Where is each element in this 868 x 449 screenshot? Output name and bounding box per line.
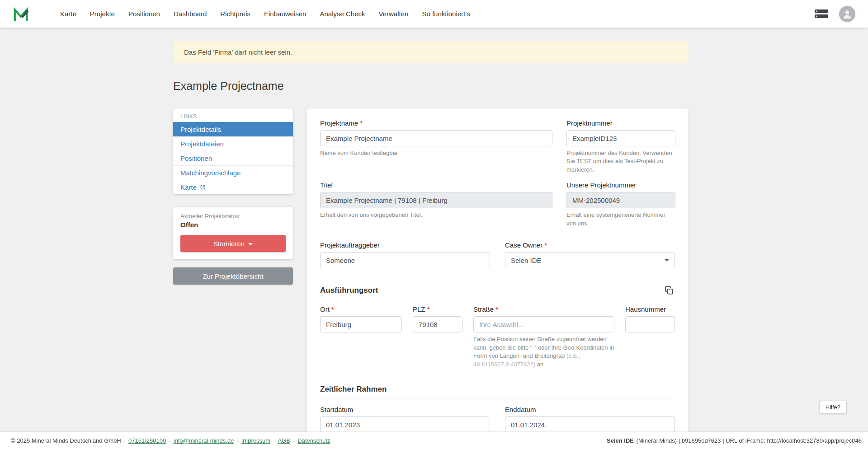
copy-icon[interactable] <box>663 285 675 296</box>
footer-user: Selen IDE <box>607 437 634 444</box>
server-icon[interactable] <box>815 9 828 19</box>
nav-item-so-funktionierts[interactable]: So funktioniert's <box>415 6 476 22</box>
agb-link[interactable]: AGB <box>278 437 290 444</box>
case-owner-selected-value: Selen IDE <box>511 257 542 264</box>
projektname-field: Projektname Name vom Kunden festlegbar <box>320 119 552 174</box>
unsere-projektnummer-label: Unsere Projektnummer <box>566 181 675 189</box>
separator: · <box>273 437 275 444</box>
ort-field: Ort <box>320 305 402 332</box>
status-label: Aktueller Projektstatus: <box>180 213 286 220</box>
projektnummer-label: Projektnummer <box>566 119 675 127</box>
plz-label: PLZ <box>413 305 462 313</box>
links-header: LINKS <box>173 108 293 122</box>
startdatum-field: Startdatum <box>320 406 490 433</box>
caret-down-icon <box>248 243 253 245</box>
projektname-input[interactable] <box>320 130 552 146</box>
startdatum-input[interactable] <box>320 416 490 433</box>
user-avatar[interactable] <box>839 6 855 22</box>
strasse-helper: Falls die Position keiner Straße zugeord… <box>473 335 614 369</box>
nav-item-richtpreis[interactable]: Richtpreis <box>213 6 257 22</box>
hausnummer-field: Hausnummer <box>625 305 675 332</box>
nav-item-analyse-check[interactable]: Analyse Check <box>313 6 372 22</box>
unsere-projektnummer-input <box>566 192 675 208</box>
email-link[interactable]: info@mineral-minds.de <box>174 437 234 444</box>
strasse-helper-text: Falls die Position keiner Straße zugeord… <box>473 336 614 359</box>
strasse-helper-suffix: an. <box>535 361 545 368</box>
projektauftraggeber-input[interactable] <box>320 252 490 268</box>
titel-field: Titel Erhält den von uns vorgegebenen Ti… <box>320 181 552 228</box>
footer: © 2025 Mineral Minds Deutschland GmbH · … <box>0 432 868 449</box>
enddatum-input[interactable] <box>505 416 675 433</box>
ausfuehrungsort-section: Ausführungsort <box>320 285 675 296</box>
strasse-label: Straße <box>473 305 614 313</box>
impressum-link[interactable]: Impressum <box>241 437 270 444</box>
separator: · <box>124 437 126 444</box>
projektauftraggeber-field: Projektauftraggeber <box>320 241 490 268</box>
hilfe-button[interactable]: Hilfe? <box>819 401 847 414</box>
titel-label: Titel <box>320 181 552 189</box>
project-details-form: Projektname Name vom Kunden festlegbar P… <box>307 108 689 445</box>
phone-link[interactable]: 07151/250100 <box>128 437 166 444</box>
sidebar-item-matchingvorschlaege[interactable]: Matchingvorschläge <box>173 165 293 180</box>
footer-session-info: Selen IDE (Mineral Minds) | b91695ed7623… <box>607 437 862 444</box>
plz-field: PLZ <box>413 305 462 332</box>
top-navbar: Karte Projekte Positionen Dashboard Rich… <box>0 0 868 28</box>
sidebar-item-positionen[interactable]: Positionen <box>173 151 293 165</box>
separator: · <box>236 437 238 444</box>
ort-input[interactable] <box>320 316 402 332</box>
sidebar-item-label: Positionen <box>180 154 212 163</box>
datenschutz-link[interactable]: Datenschutz <box>297 437 330 444</box>
unsere-projektnummer-helper: Erhält eine systemgenerierte Nummer von … <box>566 211 675 228</box>
hausnummer-input[interactable] <box>625 316 675 332</box>
zeitlicher-rahmen-section-title: Zeitlicher Rahmen <box>320 385 675 394</box>
plz-input[interactable] <box>413 316 462 332</box>
startdatum-label: Startdatum <box>320 406 490 413</box>
logo[interactable] <box>13 5 30 23</box>
nav-item-einbauweisen[interactable]: Einbauweisen <box>257 6 313 22</box>
case-owner-select[interactable]: Selen IDE <box>505 252 675 268</box>
sidebar: LINKS Projektdetails Projektdateien Posi… <box>173 108 293 285</box>
sidebar-item-karte[interactable]: Karte <box>173 180 293 194</box>
sidebar-item-projektdetails[interactable]: Projektdetails <box>173 122 293 136</box>
ausfuehrungsort-section-title: Ausführungsort <box>320 286 378 295</box>
status-value: Offen <box>180 221 286 229</box>
separator: · <box>293 437 295 444</box>
copyright-text: © 2025 Mineral Minds Deutschland GmbH <box>11 437 121 444</box>
ort-label: Ort <box>320 305 402 313</box>
stornieren-button[interactable]: Stornieren <box>180 235 286 252</box>
projektnummer-input[interactable] <box>566 130 675 146</box>
footer-session-text: (Mineral Minds) | b91695ed7623 | URL of … <box>635 437 862 444</box>
sidebar-item-label: Projektdateien <box>180 140 224 148</box>
zeitlicher-rahmen-section: Zeitlicher Rahmen <box>320 385 675 398</box>
hausnummer-label: Hausnummer <box>625 305 675 313</box>
project-status-card: Aktueller Projektstatus: Offen Storniere… <box>173 207 293 259</box>
case-owner-label: Case Owner <box>505 241 675 249</box>
enddatum-field: Enddatum <box>505 406 675 433</box>
select-caret-icon <box>665 259 669 262</box>
zur-projektuebersicht-button[interactable]: Zur Projektübersicht <box>173 267 293 285</box>
stornieren-label: Stornieren <box>213 240 245 248</box>
footer-left: © 2025 Mineral Minds Deutschland GmbH · … <box>11 437 330 444</box>
sidebar-item-label: Projektdetails <box>180 125 221 134</box>
projektname-label: Projektname <box>320 119 552 127</box>
navbar-right <box>815 6 855 22</box>
page-title: Example Projectname <box>173 80 689 93</box>
nav-item-verwalten[interactable]: Verwalten <box>372 6 415 22</box>
nav-item-dashboard[interactable]: Dashboard <box>167 6 213 22</box>
strasse-field: Straße <box>473 305 614 332</box>
unsere-projektnummer-field: Unsere Projektnummer Erhält eine systemg… <box>566 181 675 228</box>
nav-item-projekte[interactable]: Projekte <box>83 6 122 22</box>
section-divider <box>320 398 675 398</box>
external-link-icon <box>200 184 206 190</box>
strasse-input[interactable] <box>473 316 614 332</box>
projektnummer-helper: Projektnummer des Kunden. Verwenden Sie … <box>566 149 675 174</box>
nav-item-karte[interactable]: Karte <box>53 6 83 22</box>
logo-icon <box>13 5 30 23</box>
nav-item-positionen[interactable]: Positionen <box>122 6 167 22</box>
main-nav: Karte Projekte Positionen Dashboard Rich… <box>53 6 477 22</box>
sidebar-item-projektdateien[interactable]: Projektdateien <box>173 136 293 151</box>
projektname-helper: Name vom Kunden festlegbar <box>320 149 552 157</box>
separator: · <box>169 437 170 444</box>
links-card: LINKS Projektdetails Projektdateien Posi… <box>173 108 293 194</box>
sidebar-item-label: Karte <box>180 183 197 192</box>
